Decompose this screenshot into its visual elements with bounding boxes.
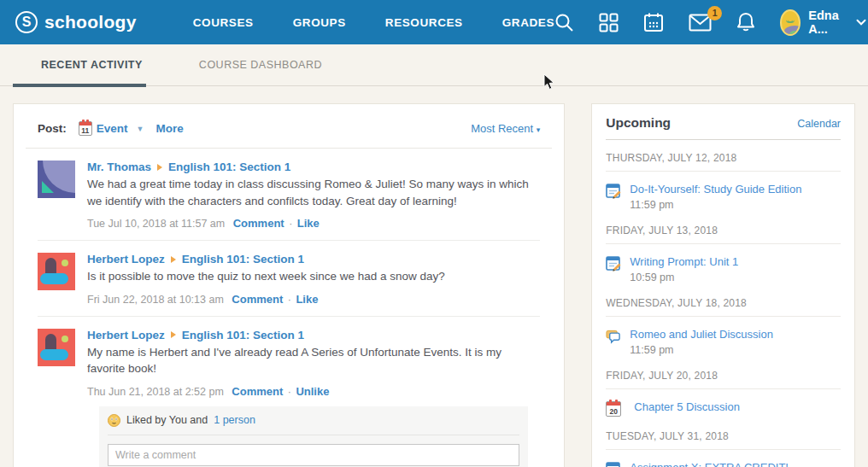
notifications-icon[interactable] [736,12,755,32]
post-timestamp: Tue Jul 10, 2018 at 11:57 am [87,218,225,230]
brand-name: schoology [44,12,137,32]
post-text: Is it possible to move the quiz to next … [87,268,540,285]
tab-recent-activity[interactable]: RECENT ACTIVITY [13,44,171,85]
upcoming-event: Writing Prompt: Unit 1 10:59 pm [606,244,841,285]
upcoming-event: Romeo and Juliet Discussion 11:59 pm [606,317,841,358]
calendar-day-icon: 20 [606,401,621,417]
event-title-link[interactable]: Assignment X: EXTRA CREDIT! [630,461,789,467]
event-time: 11:59 pm [630,199,801,211]
nav-item-resources[interactable]: RESOURCES [385,16,463,29]
comment-link[interactable]: Comment [232,293,283,306]
feed-post: Herbert Lopez English 101: Section 1 Is … [38,241,540,317]
assignment-icon [606,184,621,199]
upcoming-event: 20 Chapter 5 Discussion [606,389,841,418]
event-dropdown-caret[interactable]: ▼ [137,125,144,133]
event-calendar-icon: 11 [79,121,92,136]
author-avatar[interactable] [38,253,75,290]
like-link[interactable]: Like [296,293,318,306]
assignment-icon [606,256,621,271]
schoology-s-icon: S [15,11,38,33]
chevron-down-icon [856,18,866,26]
tab-course-dashboard[interactable]: COURSE DASHBOARD [171,44,350,85]
date-header: FRIDAY, JULY 13, 2018 [606,213,841,244]
active-tab-indicator [13,84,146,87]
date-header: TUESDAY, JULY 31, 2018 [606,418,841,450]
course-link[interactable]: English 101: Section 1 [182,253,304,266]
date-header: FRIDAY, JULY 20, 2018 [606,358,841,389]
date-header: WEDNESDAY, JULY 18, 2018 [606,285,841,317]
apps-grid-icon[interactable] [599,13,619,32]
feed-post: Mr. Thomas English 101: Section 1 We had… [38,149,540,241]
author-avatar[interactable] [38,329,75,366]
primary-nav: COURSES GROUPS RESOURCES GRADES [193,16,554,29]
user-avatar [780,9,801,36]
post-more-link[interactable]: More [155,122,183,135]
sort-selector[interactable]: Most Recent ▾ [471,122,540,135]
write-comment-input[interactable] [108,444,519,466]
event-title-link[interactable]: Do-It-Yourself: Study Guide Edition [630,183,801,196]
nav-item-groups[interactable]: GROUPS [293,16,346,29]
course-link[interactable]: English 101: Section 1 [182,329,304,341]
assignment-alert-icon [606,462,621,467]
comment-link[interactable]: Comment [233,217,284,230]
author-link[interactable]: Herbert Lopez [87,329,165,341]
search-icon[interactable] [554,13,574,32]
post-timestamp: Thu Jun 21, 2018 at 2:52 pm [87,386,224,398]
upcoming-panel: Upcoming Calendar THURSDAY, JULY 12, 201… [591,103,855,467]
discussion-icon [606,329,621,344]
messages-badge: 1 [707,6,722,20]
feed-post: Herbert Lopez English 101: Section 1 My … [38,317,540,467]
post-timestamp: Fri Jun 22, 2018 at 10:13 am [87,294,224,306]
unlike-link[interactable]: Unlike [296,385,329,398]
nav-item-grades[interactable]: GRADES [502,16,554,29]
nav-item-courses[interactable]: COURSES [193,16,254,29]
sort-caret-icon: ▾ [537,126,541,134]
tab-bar: RECENT ACTIVITY COURSE DASHBOARD [0,44,868,86]
post-text: We had a great time today in class discu… [87,176,540,209]
emoji-face-icon [108,414,120,427]
date-header: THURSDAY, JULY 12, 2018 [606,140,841,172]
post-text: My name is Herbert and I've already read… [87,344,540,377]
breadcrumb-arrow-icon [157,164,162,171]
like-link[interactable]: Like [297,217,320,230]
comment-section: Liked by You and 1 person [99,406,528,467]
author-link[interactable]: Mr. Thomas [87,161,151,173]
top-navbar: S schoology COURSES GROUPS RESOURCES GRA… [0,0,868,44]
user-name: Edna A... [808,9,847,36]
course-link[interactable]: English 101: Section 1 [168,161,290,173]
event-time: 11:59 pm [630,344,773,356]
post-composer-bar: Post: 11 Event ▼ More Most Recent ▾ [26,115,552,149]
upcoming-event: Assignment X: EXTRA CREDIT! [606,450,841,467]
schoology-logo[interactable]: S schoology [15,11,137,33]
user-menu[interactable]: Edna A... [780,9,865,36]
breadcrumb-arrow-icon [171,256,176,263]
post-event-link[interactable]: Event [97,122,128,135]
author-link[interactable]: Herbert Lopez [87,253,165,266]
upcoming-title: Upcoming [606,115,671,131]
upcoming-event: Do-It-Yourself: Study Guide Edition 11:5… [606,172,841,213]
liked-by-count-link[interactable]: 1 person [214,414,255,426]
breadcrumb-arrow-icon [171,331,176,338]
event-title-link[interactable]: Chapter 5 Discussion [634,400,740,413]
recent-activity-feed: Post: 11 Event ▼ More Most Recent ▾ Mr. … [13,103,565,467]
event-time: 10:59 pm [630,271,738,283]
calendar-icon[interactable] [643,12,664,32]
event-title-link[interactable]: Romeo and Juliet Discussion [630,328,773,341]
liked-by-text: Liked by You and [126,414,208,426]
author-avatar[interactable] [38,161,75,198]
post-label: Post: [38,122,67,135]
comment-link[interactable]: Comment [232,385,283,398]
messages-icon[interactable]: 1 [689,14,712,32]
event-title-link[interactable]: Writing Prompt: Unit 1 [630,255,738,268]
calendar-link[interactable]: Calendar [797,118,841,130]
